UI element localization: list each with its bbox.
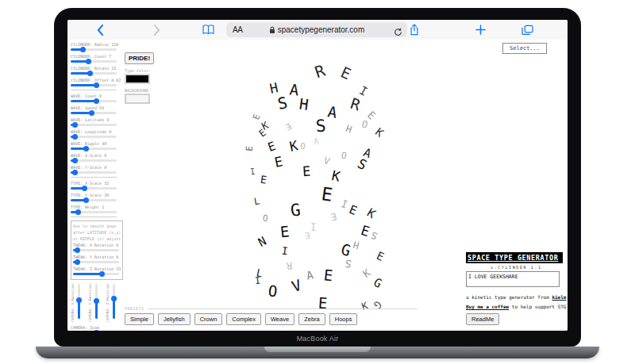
canvas-letter: S bbox=[370, 230, 379, 241]
slider-track[interactable] bbox=[78, 284, 80, 319]
canvas-letter: I bbox=[281, 246, 288, 257]
preset-button[interactable]: Jellyfish bbox=[158, 313, 190, 325]
slider-track[interactable] bbox=[71, 136, 117, 138]
slider-handle[interactable] bbox=[75, 209, 81, 215]
canvas-letter: I bbox=[249, 167, 256, 177]
slider-track[interactable] bbox=[71, 48, 117, 51]
bookmarks-button[interactable] bbox=[201, 20, 215, 40]
slider-label: TWEAK: Y Rotation 0 bbox=[73, 255, 124, 259]
forward-button[interactable] bbox=[150, 20, 163, 40]
slider-handle[interactable] bbox=[72, 170, 78, 175]
group-separator bbox=[71, 177, 117, 178]
slider-label: WAVE: Speed 50 bbox=[71, 105, 121, 110]
slider-handle[interactable] bbox=[72, 122, 78, 128]
canvas-letter: E bbox=[330, 211, 338, 221]
canvas-letter: E bbox=[267, 140, 278, 154]
background-color-swatch[interactable] bbox=[125, 94, 150, 104]
share-button[interactable] bbox=[407, 20, 421, 40]
slider-handle[interactable] bbox=[80, 47, 86, 52]
slider-track[interactable] bbox=[71, 124, 117, 126]
slider-track[interactable] bbox=[73, 249, 119, 251]
slider-row: CYLINDER: Rotate 15 bbox=[71, 66, 123, 75]
slider-label: WAVE: X-Scale 0 bbox=[71, 153, 121, 158]
slider-track[interactable] bbox=[71, 60, 117, 63]
slider-handle[interactable] bbox=[87, 71, 93, 76]
camera-slider-label: CAMERA: Z-Rotation bbox=[106, 282, 110, 322]
canvas-letter: E bbox=[375, 250, 386, 262]
slider-fill bbox=[73, 273, 102, 275]
canvas-letter: N bbox=[256, 236, 268, 249]
slider-row: TYPE: Y-Scale 39 bbox=[71, 193, 123, 202]
slider-handle[interactable] bbox=[94, 82, 99, 88]
new-tab-button[interactable] bbox=[474, 20, 487, 40]
canvas-letter: O bbox=[267, 283, 278, 299]
macbook-base bbox=[36, 347, 599, 358]
slider-track[interactable] bbox=[95, 284, 98, 319]
slider-track[interactable] bbox=[73, 273, 119, 275]
font-select[interactable]: Select... bbox=[502, 43, 547, 54]
readme-button[interactable]: ReadMe bbox=[466, 313, 499, 325]
pride-button[interactable]: PRIDE! bbox=[125, 52, 154, 64]
address-bar[interactable]: AA spacetypegenerator.com bbox=[226, 22, 407, 37]
preset-button[interactable]: Simple bbox=[125, 313, 154, 325]
slider-track[interactable] bbox=[71, 171, 117, 174]
slider-handle[interactable] bbox=[89, 110, 94, 116]
tabs-button[interactable] bbox=[520, 20, 534, 40]
slider-handle[interactable] bbox=[83, 197, 89, 203]
slider-row: TWEAK: Y Rotation 0 bbox=[73, 255, 121, 264]
slider-fill bbox=[71, 84, 96, 86]
preset-button[interactable]: Complex bbox=[226, 313, 261, 325]
type-text-input[interactable]: I LOVE GEEKSHARE bbox=[466, 271, 560, 287]
canvas-letter: G bbox=[371, 277, 383, 290]
slider-handle[interactable] bbox=[94, 98, 99, 104]
buy-coffee-link[interactable]: Buy me a coffee bbox=[466, 304, 509, 309]
preset-button[interactable]: Crown bbox=[194, 313, 223, 325]
slider-handle[interactable] bbox=[72, 134, 78, 140]
slider-handle[interactable] bbox=[72, 158, 78, 163]
presets-label: PRESETS bbox=[125, 306, 144, 311]
slider-track[interactable] bbox=[71, 148, 117, 150]
type-color-swatch[interactable] bbox=[125, 74, 150, 84]
camera-rotation-sliders: CAMERA: X-RotationCAMERA: Y-RotationCAME… bbox=[72, 282, 123, 322]
slider-track[interactable] bbox=[73, 261, 119, 263]
canvas-letter: S bbox=[315, 118, 326, 136]
canvas-letter: H bbox=[298, 96, 310, 112]
canvas-letter: I bbox=[340, 198, 348, 210]
slider-track[interactable] bbox=[71, 84, 117, 86]
canvas-letter: K bbox=[288, 139, 299, 154]
slider-handle[interactable] bbox=[94, 298, 99, 304]
back-button[interactable] bbox=[94, 20, 106, 40]
slider-handle[interactable] bbox=[111, 296, 117, 301]
slider-handle[interactable] bbox=[94, 330, 99, 331]
slider-track[interactable] bbox=[113, 284, 115, 319]
slider-track[interactable] bbox=[71, 112, 117, 114]
preset-button[interactable]: Zebra bbox=[298, 313, 325, 325]
canvas-letter: E bbox=[360, 224, 371, 239]
slider-track[interactable] bbox=[71, 199, 117, 201]
tabs-icon bbox=[521, 25, 533, 36]
preset-button[interactable]: Hoops bbox=[329, 313, 358, 325]
slider-track[interactable] bbox=[71, 211, 117, 213]
background-label: BACKGROUND bbox=[125, 88, 156, 93]
slider-handle[interactable] bbox=[75, 247, 80, 253]
slider-track[interactable] bbox=[71, 72, 117, 75]
plus-icon bbox=[475, 25, 486, 35]
slider-track[interactable] bbox=[71, 159, 117, 162]
canvas-letter: E bbox=[273, 155, 284, 170]
slider-label: WAVE: Ripple 49 bbox=[71, 141, 121, 146]
preset-button[interactable]: Weave bbox=[265, 313, 294, 325]
slider-track[interactable] bbox=[71, 187, 117, 190]
slider-handle[interactable] bbox=[83, 146, 89, 151]
slider-handle[interactable] bbox=[76, 297, 82, 303]
slider-track[interactable] bbox=[71, 100, 117, 102]
support-line: Buy me a coffee to help support STG bbox=[466, 304, 563, 309]
slider-handle[interactable] bbox=[82, 186, 87, 191]
slider-handle[interactable] bbox=[99, 271, 105, 277]
canvas-letter: H bbox=[344, 123, 353, 134]
share-icon bbox=[410, 24, 419, 36]
canvas-letter: R bbox=[348, 96, 362, 113]
slider-handle[interactable] bbox=[75, 259, 80, 265]
slider-handle[interactable] bbox=[86, 59, 91, 64]
canvas-letter: E bbox=[284, 121, 293, 132]
kielm-link[interactable]: kielm bbox=[552, 294, 566, 300]
